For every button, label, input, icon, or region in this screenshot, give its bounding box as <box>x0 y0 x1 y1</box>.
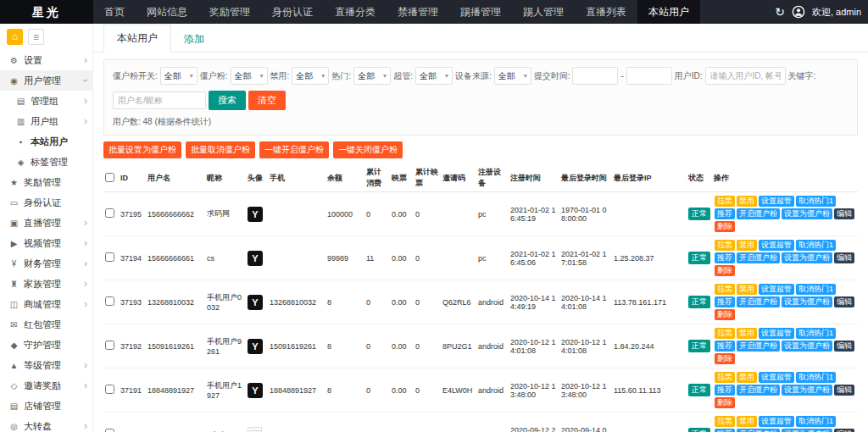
op-disable-button[interactable]: 禁用 <box>737 328 757 339</box>
op-open-zombie-button[interactable]: 开启僵户粉 <box>737 429 780 432</box>
menu-collapse-icon[interactable]: ≡ <box>28 29 44 45</box>
nav-item-home[interactable]: 首页 <box>93 0 136 24</box>
sidebar-item-admin-group[interactable]: ▤管理组› <box>0 91 92 111</box>
batch-button-oneclick-close-zombie[interactable]: 一键关闭僵户粉 <box>333 141 403 158</box>
batch-button-batch-set-zombie[interactable]: 批量设置为僵户粉 <box>103 141 181 158</box>
filter-select-zombie-switch[interactable]: 全部▾ <box>160 67 198 85</box>
sidebar-item-shop-management[interactable]: ▤店铺管理 <box>0 396 92 416</box>
op-cancel-hot-button[interactable]: 取消热门1 <box>796 328 836 339</box>
op-disable-button[interactable]: 禁用 <box>737 196 757 207</box>
nav-item-live-category[interactable]: 直播分类 <box>324 0 387 24</box>
op-blacklist-button[interactable]: 拉黑 <box>715 196 735 207</box>
op-recommend-button[interactable]: 推荐 <box>715 341 735 352</box>
submit-time-start-input[interactable] <box>572 67 618 85</box>
op-recommend-button[interactable]: 推荐 <box>715 208 735 219</box>
refresh-icon[interactable]: ↻ <box>775 5 785 19</box>
row-checkbox[interactable] <box>105 341 114 350</box>
filter-select-super-admin[interactable]: 全部▾ <box>415 67 453 85</box>
op-delete-button[interactable]: 删除 <box>715 353 735 364</box>
nav-item-site-info[interactable]: 网站信息 <box>136 0 198 24</box>
op-set-zombie-button[interactable]: 设置为僵户粉 <box>782 341 832 352</box>
op-edit-button[interactable]: 编辑 <box>834 296 854 307</box>
sidebar-item-site-users[interactable]: ▪本站用户 <box>0 131 92 152</box>
sidebar-item-family-management[interactable]: ♜家族管理› <box>0 274 92 294</box>
op-set-zombie-button[interactable]: 设置为僵户粉 <box>782 296 832 307</box>
nav-item-identity[interactable]: 身份认证 <box>261 0 324 24</box>
op-set-super-button[interactable]: 设置超管 <box>759 284 794 295</box>
row-checkbox[interactable] <box>105 429 114 432</box>
row-checkbox[interactable] <box>105 208 114 218</box>
op-cancel-hot-button[interactable]: 取消热门1 <box>796 196 836 207</box>
home-icon[interactable]: ⌂ <box>7 29 23 45</box>
op-set-super-button[interactable]: 设置超管 <box>759 328 794 339</box>
op-recommend-button[interactable]: 推荐 <box>715 385 735 396</box>
op-open-zombie-button[interactable]: 开启僵户粉 <box>737 252 780 263</box>
op-disable-button[interactable]: 禁用 <box>737 284 757 295</box>
nav-item-reward[interactable]: 奖励管理 <box>198 0 261 24</box>
nav-item-kick-live[interactable]: 踢播管理 <box>449 0 512 24</box>
op-edit-button[interactable]: 编辑 <box>834 252 854 263</box>
op-edit-button[interactable]: 编辑 <box>834 208 854 219</box>
op-disable-button[interactable]: 禁用 <box>737 416 757 427</box>
clear-button[interactable]: 清空 <box>248 91 286 110</box>
op-open-zombie-button[interactable]: 开启僵户粉 <box>737 385 780 396</box>
op-set-zombie-button[interactable]: 设置为僵户粉 <box>782 429 832 432</box>
sidebar-item-level-management[interactable]: ▲等级管理› <box>0 355 92 375</box>
sidebar-item-reward-management[interactable]: ★奖励管理 <box>0 172 92 192</box>
op-recommend-button[interactable]: 推荐 <box>715 296 735 307</box>
op-recommend-button[interactable]: 推荐 <box>715 429 735 432</box>
op-set-zombie-button[interactable]: 设置为僵户粉 <box>782 252 832 263</box>
nav-item-live-list[interactable]: 直播列表 <box>575 0 637 24</box>
sidebar-item-finance-management[interactable]: ¥财务管理› <box>0 253 92 274</box>
op-open-zombie-button[interactable]: 开启僵户粉 <box>737 341 780 352</box>
op-cancel-hot-button[interactable]: 取消热门1 <box>796 284 836 295</box>
op-cancel-hot-button[interactable]: 取消热门1 <box>796 240 836 251</box>
search-button[interactable]: 搜索 <box>209 91 246 110</box>
filter-select-hot[interactable]: 全部▾ <box>353 67 391 85</box>
select-all-checkbox[interactable] <box>105 173 114 182</box>
op-open-zombie-button[interactable]: 开启僵户粉 <box>737 208 780 219</box>
sidebar-item-user-group[interactable]: ▥用户组› <box>0 111 92 131</box>
row-checkbox[interactable] <box>105 385 114 394</box>
sidebar-item-guardian-management[interactable]: ◆守护管理 <box>0 335 92 355</box>
op-edit-button[interactable]: 编辑 <box>834 429 854 432</box>
sidebar-item-video-management[interactable]: ▶视频管理› <box>0 233 92 253</box>
op-set-zombie-button[interactable]: 设置为僵户粉 <box>782 208 832 219</box>
op-set-super-button[interactable]: 设置超管 <box>759 416 794 427</box>
op-recommend-button[interactable]: 推荐 <box>715 252 735 263</box>
op-set-super-button[interactable]: 设置超管 <box>759 240 794 251</box>
op-delete-button[interactable]: 删除 <box>715 221 735 232</box>
op-blacklist-button[interactable]: 拉黑 <box>715 416 735 427</box>
filter-select-disabled[interactable]: 全部▾ <box>292 67 329 85</box>
op-set-zombie-button[interactable]: 设置为僵户粉 <box>782 385 832 396</box>
op-cancel-hot-button[interactable]: 取消热门1 <box>796 372 836 383</box>
op-set-super-button[interactable]: 设置超管 <box>759 196 794 207</box>
tab-add[interactable]: 添加 <box>171 26 217 53</box>
op-delete-button[interactable]: 删除 <box>715 309 735 320</box>
op-open-zombie-button[interactable]: 开启僵户粉 <box>737 296 780 307</box>
sidebar-item-redpacket-management[interactable]: ✉红包管理 <box>0 314 92 335</box>
tab-site-users[interactable]: 本站用户 <box>103 25 171 53</box>
submit-time-end-input[interactable] <box>626 67 672 85</box>
sidebar-item-invite-reward[interactable]: ◇邀请奖励› <box>0 375 92 396</box>
row-checkbox[interactable] <box>105 296 114 306</box>
op-cancel-hot-button[interactable]: 取消热门1 <box>796 416 836 427</box>
sidebar-item-big-wheel[interactable]: ◎大转盘› <box>0 416 92 432</box>
batch-button-batch-cancel-zombie[interactable]: 批量取消僵户粉 <box>186 141 255 158</box>
user-id-input[interactable] <box>705 67 786 85</box>
sidebar-item-user-management[interactable]: ◉用户管理› <box>0 70 92 91</box>
op-blacklist-button[interactable]: 拉黑 <box>715 328 735 339</box>
op-disable-button[interactable]: 禁用 <box>737 372 757 383</box>
row-checkbox[interactable] <box>105 252 114 262</box>
sidebar-item-tag-management[interactable]: ◈标签管理 <box>0 152 92 172</box>
filter-select-zombie[interactable]: 全部▾ <box>231 67 268 85</box>
sidebar-item-live-management[interactable]: ▣直播管理› <box>0 213 92 233</box>
sidebar-item-identity-auth[interactable]: ▭身份认证 <box>0 192 92 213</box>
nav-item-ban-live[interactable]: 禁播管理 <box>387 0 449 24</box>
op-disable-button[interactable]: 禁用 <box>737 240 757 251</box>
nav-item-site-users[interactable]: 本站用户 <box>637 0 700 24</box>
user-avatar-icon[interactable] <box>792 5 805 19</box>
batch-button-oneclick-open-zombie[interactable]: 一键开启僵户粉 <box>259 141 329 158</box>
op-set-super-button[interactable]: 设置超管 <box>759 372 794 383</box>
op-blacklist-button[interactable]: 拉黑 <box>715 240 735 251</box>
